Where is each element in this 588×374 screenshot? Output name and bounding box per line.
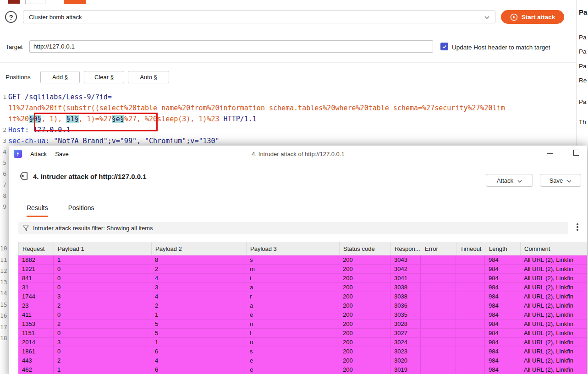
right-panel-item[interactable]: Re bbox=[579, 77, 587, 84]
cell-error bbox=[421, 255, 456, 264]
cell-p3: s bbox=[246, 347, 339, 356]
table-row[interactable]: 115105l2003027984All URL (2), Linkfin bbox=[18, 329, 587, 338]
cell-p2: 8 bbox=[151, 255, 246, 264]
cell-p1: 0 bbox=[54, 283, 151, 292]
check-icon bbox=[442, 44, 447, 49]
cell-length: 984 bbox=[485, 347, 520, 356]
right-panel-item[interactable]: Pa bbox=[579, 63, 587, 70]
table-row[interactable]: 201431u2003024984All URL (2), Linkfin bbox=[18, 338, 587, 347]
line-number: 9 bbox=[0, 201, 8, 212]
table-row[interactable]: 3103a2003038984All URL (2), Linkfin bbox=[18, 283, 587, 292]
minimize-button[interactable] bbox=[547, 153, 553, 154]
request-line: 1GET /sqlilabs/Less-9/?id= bbox=[0, 92, 576, 103]
right-panel-item[interactable]: Pa bbox=[579, 98, 587, 105]
cell-request: 462 bbox=[18, 365, 54, 374]
auto-section-button[interactable]: Auto § bbox=[128, 71, 169, 83]
table-row[interactable]: 174434r2003038984All URL (2), Linkfin bbox=[18, 292, 587, 301]
column-header-respon[interactable]: Respon... bbox=[391, 242, 421, 255]
right-panel-item[interactable]: Pa bbox=[579, 34, 587, 41]
cell-p3: l bbox=[246, 329, 339, 337]
target-input[interactable] bbox=[29, 40, 433, 53]
right-panel-item[interactable]: Th bbox=[579, 119, 586, 125]
cell-error bbox=[421, 356, 456, 365]
line-number: 16 bbox=[0, 310, 8, 322]
update-host-checkbox[interactable] bbox=[440, 43, 448, 50]
column-header-payload-3[interactable]: Payload 3 bbox=[247, 242, 340, 255]
attack-type-select[interactable]: Cluster bomb attack bbox=[23, 11, 495, 23]
column-header-payload-1[interactable]: Payload 1 bbox=[54, 242, 152, 255]
cell-error bbox=[421, 338, 456, 347]
cell-p2: 6 bbox=[151, 365, 246, 374]
request-line-content: sec-ch-ua: "Not?A Brand";v="99", "Chromi… bbox=[8, 136, 220, 146]
help-icon[interactable]: ? bbox=[5, 11, 17, 23]
column-header-timeout[interactable]: Timeout bbox=[456, 242, 485, 255]
column-header-length[interactable]: Length bbox=[485, 242, 521, 255]
positions-label: Positions bbox=[5, 74, 31, 81]
request-text-segment: HTTP/1.1 bbox=[220, 115, 257, 123]
cell-p3: u bbox=[246, 338, 339, 347]
start-attack-button[interactable]: Start attack bbox=[501, 10, 564, 24]
cell-timeout bbox=[456, 292, 485, 301]
cell-timeout bbox=[456, 320, 485, 328]
cell-comment: All URL (2), Linkfin bbox=[520, 347, 587, 356]
cell-comment: All URL (2), Linkfin bbox=[520, 320, 587, 328]
cell-p3: m bbox=[246, 265, 339, 273]
cell-comment: All URL (2), Linkfin bbox=[520, 338, 587, 347]
column-header-error[interactable]: Error bbox=[421, 242, 456, 255]
table-row[interactable]: 188218s2003043984All URL (2), Linkfin bbox=[18, 255, 587, 265]
results-table: RequestPayload 1Payload 2Payload 3Status… bbox=[18, 242, 587, 374]
cell-response: 3038 bbox=[390, 283, 421, 292]
cell-request: 841 bbox=[18, 274, 54, 282]
cell-status: 200 bbox=[339, 365, 390, 374]
save-dropdown-button[interactable]: Save bbox=[540, 174, 581, 187]
cell-p3: i bbox=[246, 274, 339, 282]
clear-section-button[interactable]: Clear § bbox=[84, 71, 124, 83]
cell-p3: r bbox=[246, 292, 339, 301]
tab-results[interactable]: Results bbox=[27, 204, 48, 217]
table-row[interactable]: 46216e2003019984All URL (2), Linkfin bbox=[18, 365, 587, 374]
kebab-menu-icon[interactable] bbox=[577, 223, 578, 231]
table-row[interactable]: 44324e2003020984All URL (2), Linkfin bbox=[18, 356, 587, 365]
line-number: 18 bbox=[0, 333, 8, 344]
table-row[interactable]: 186106s2003023984All URL (2), Linkfin bbox=[18, 347, 587, 356]
tab-positions[interactable]: Positions bbox=[68, 204, 94, 217]
attack-dropdown-button[interactable]: Attack bbox=[486, 174, 533, 187]
cell-error bbox=[421, 301, 456, 310]
right-panel-item[interactable]: Pa bbox=[579, 48, 587, 55]
table-row[interactable]: 135325n2003028984All URL (2), Linkfin bbox=[18, 320, 587, 329]
table-row[interactable]: 122102m2003042984All URL (2), Linkfin bbox=[18, 265, 587, 274]
request-text-segment: it%20 bbox=[8, 115, 29, 123]
cell-length: 984 bbox=[485, 274, 520, 282]
cell-comment: All URL (2), Linkfin bbox=[520, 365, 587, 374]
column-header-request[interactable]: Request bbox=[19, 242, 54, 255]
cell-p2: 2 bbox=[151, 301, 246, 310]
cell-error bbox=[421, 320, 456, 328]
cell-error bbox=[421, 365, 456, 374]
menu-attack[interactable]: Attack bbox=[30, 151, 47, 157]
cell-status: 200 bbox=[339, 310, 390, 319]
cell-status: 200 bbox=[339, 356, 390, 365]
right-panel-title: Pa bbox=[579, 8, 587, 16]
cell-response: 3038 bbox=[390, 292, 421, 301]
table-row[interactable]: 2322a2003036984All URL (2), Linkfin bbox=[18, 301, 587, 310]
cell-status: 200 bbox=[339, 283, 390, 292]
cell-p2: 5 bbox=[151, 320, 246, 328]
column-header-label: Payload 1 bbox=[58, 245, 84, 252]
column-header-status-code[interactable]: Status code bbox=[340, 242, 391, 255]
cell-p2: 4 bbox=[151, 356, 246, 365]
cell-length: 984 bbox=[485, 292, 520, 301]
table-row[interactable]: 84104i2003041984All URL (2), Linkfin bbox=[18, 274, 587, 283]
cell-timeout bbox=[456, 255, 485, 264]
table-row[interactable]: 41101e2003035984All URL (2), Linkfin bbox=[18, 310, 587, 320]
cell-error bbox=[421, 265, 456, 273]
menu-save[interactable]: Save bbox=[55, 151, 69, 157]
maximize-button[interactable] bbox=[573, 150, 579, 156]
line-number: 5 bbox=[0, 157, 8, 168]
column-header-comment[interactable]: Comment bbox=[521, 242, 587, 255]
column-header-payload-2[interactable]: Payload 2 bbox=[152, 242, 247, 255]
results-filter-bar[interactable]: Intruder attack results filter: Showing … bbox=[18, 222, 568, 234]
line-number: 12 bbox=[0, 266, 8, 277]
add-section-button[interactable]: Add § bbox=[40, 71, 80, 83]
cell-status: 200 bbox=[339, 338, 390, 347]
cell-p1: 3 bbox=[54, 292, 151, 301]
